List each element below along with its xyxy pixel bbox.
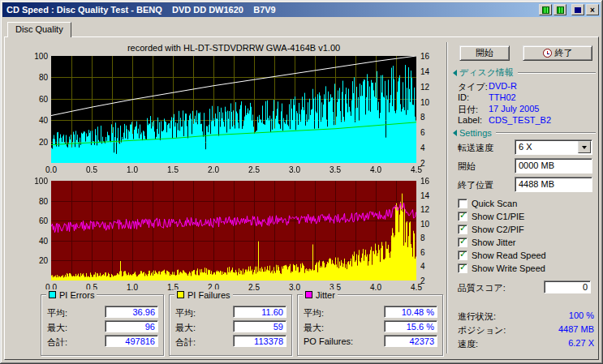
stats-group-legend: PI Errors	[46, 289, 97, 300]
checkbox-box[interactable]: ✓	[458, 225, 467, 234]
settings-header: Settings	[453, 127, 596, 138]
stats-row-value: 36.96	[105, 306, 158, 318]
y-axis-label: 100	[25, 177, 48, 186]
minimize-icon	[575, 7, 581, 13]
disc-info-row: Label:CDS_TEST_B2	[458, 115, 594, 126]
stats-group-title: PI Errors	[59, 290, 94, 300]
right-panel: 開始 終了 ディスク情報 タイプ:DVD-RID:TTH02日付:17 July…	[451, 42, 597, 358]
speed-label: 転送速度	[458, 142, 493, 154]
y-axis-label: 80	[25, 197, 48, 206]
y-axis-label-right: 6	[420, 248, 438, 257]
checkbox-show-c1-pie[interactable]: ✓Show C1/PIE	[458, 210, 596, 222]
stats-row-label: 合計:	[47, 336, 67, 349]
status-label: 速度:	[458, 338, 478, 350]
minimize-button[interactable]	[571, 4, 584, 15]
checkbox-show-jitter[interactable]: ✓Show Jitter	[458, 236, 596, 248]
start-pos-label: 開始	[458, 161, 476, 173]
color-swatch	[49, 291, 56, 298]
title-bar-buttons: ×	[537, 4, 599, 15]
y-axis-label-right: 14	[420, 191, 438, 200]
stats-group-legend: Jitter	[303, 289, 338, 300]
settings-header-label: Settings	[459, 128, 492, 138]
checkbox-label: Show Read Speed	[472, 251, 546, 260]
checkbox-box[interactable]: ✓	[458, 238, 467, 247]
speed-value: 6 X	[519, 142, 532, 152]
checkbox-label: Show C2/PIF	[472, 225, 524, 234]
y-axis-label-right: 8	[420, 113, 438, 122]
disc-info-label: Label:	[458, 115, 482, 125]
x-axis-label: 1.0	[122, 283, 143, 292]
title-bar[interactable]: CD Speed : Disc Quality Test - BENQ DVD …	[2, 2, 601, 17]
quality-score-label: 品質スコア:	[458, 282, 506, 294]
start-pos-input[interactable]: 0000 MB	[515, 158, 592, 173]
status-label: 進行状況:	[458, 310, 496, 323]
section-marker-icon	[453, 70, 457, 76]
stats-row: 合計:113378	[175, 335, 286, 348]
x-axis-label: 0.5	[81, 165, 102, 174]
check-icon: ✓	[459, 262, 467, 272]
y-axis-label-right: 14	[420, 67, 438, 76]
stats-row: 平均:11.60	[175, 306, 286, 319]
x-axis-label: 4.5	[406, 165, 427, 174]
stats-row-value: 15.6 %	[384, 320, 437, 332]
panel-separator	[446, 42, 448, 353]
pi-errors-chart	[51, 56, 416, 163]
y-axis-label-right: 8	[420, 233, 438, 242]
checkbox-box[interactable]: ✓	[458, 263, 467, 273]
y-axis-label-right: 12	[420, 205, 438, 214]
stats-row-label: 最大:	[47, 322, 67, 334]
tab-disc-quality[interactable]: Disc Quality	[7, 22, 71, 37]
y-axis-label-right: 10	[420, 98, 438, 107]
disc-info-value: DVD-R	[489, 81, 517, 91]
window-title: CD Speed : Disc Quality Test - BENQ DVD …	[6, 5, 276, 15]
x-axis-label: 4.0	[365, 165, 386, 174]
y-axis-label-right: 16	[420, 177, 438, 186]
checkbox-show-c2-pif[interactable]: ✓Show C2/PIF	[458, 223, 596, 235]
divider	[518, 72, 596, 74]
checkbox-quick-scan[interactable]: Quick Scan	[458, 197, 596, 209]
y-axis-label: 80	[25, 73, 48, 82]
graph-save-button[interactable]	[553, 4, 566, 15]
checkbox-box[interactable]: ✓	[458, 251, 467, 260]
graph-capture-button[interactable]	[539, 4, 552, 15]
start-button[interactable]: 開始	[459, 45, 510, 61]
speed-select[interactable]: 6 X	[515, 139, 592, 155]
dropdown-button[interactable]	[578, 141, 591, 153]
checkbox-show-write-speed[interactable]: ✓Show Write Speed	[458, 262, 596, 274]
stats-row-label: 平均:	[47, 307, 67, 319]
disc-info-label: ID:	[458, 92, 469, 102]
stats-row-label: 最大:	[175, 322, 196, 334]
checkbox-label: Quick Scan	[472, 199, 517, 208]
stats-row-label: 合計:	[175, 336, 196, 349]
checkbox-label: Show Write Speed	[472, 263, 545, 273]
color-swatch	[177, 291, 184, 298]
x-axis-label: 1.0	[122, 165, 143, 174]
stats-group-pi-errors: PI Errors平均:36.96最大:96合計:497816	[41, 294, 164, 356]
y-axis-label: 40	[25, 237, 48, 246]
y-axis-label-right: 4	[420, 143, 438, 152]
stats-row-label: 最大:	[304, 322, 324, 334]
stats-group-pi-failures: PI Failures平均:11.60最大:59合計:113378	[169, 294, 292, 356]
graph-icon	[542, 6, 549, 14]
check-icon: ✓	[459, 210, 467, 221]
end-pos-input[interactable]: 4488 MB	[515, 177, 592, 192]
x-axis-label: 2.0	[203, 165, 224, 174]
recorded-with-note: recorded with HL-DT-STDVDRRW GWA-4164B v…	[51, 43, 416, 53]
divider	[496, 132, 596, 134]
status-row: ポジション:4487 MB	[458, 324, 594, 336]
stats-row-value: 59	[233, 320, 286, 332]
pi-failures-chart	[51, 181, 416, 280]
exit-button[interactable]: 終了	[523, 45, 592, 61]
end-pos-label: 終了位置	[458, 179, 493, 191]
status-value: 6.27 X	[568, 338, 594, 348]
checkbox-box[interactable]	[458, 199, 467, 208]
status-row: 速度:6.27 X	[458, 338, 594, 349]
close-button[interactable]: ×	[586, 4, 599, 15]
stats-group-title: Jitter	[316, 290, 335, 300]
checkbox-box[interactable]: ✓	[458, 212, 467, 221]
checkbox-label: Show Jitter	[472, 238, 515, 247]
stats-row: 平均:10.48 %	[304, 306, 437, 319]
stats-row: 平均:36.96	[47, 306, 158, 319]
checkbox-show-read-speed[interactable]: ✓Show Read Speed	[458, 249, 596, 261]
y-axis-label: 60	[25, 95, 48, 104]
